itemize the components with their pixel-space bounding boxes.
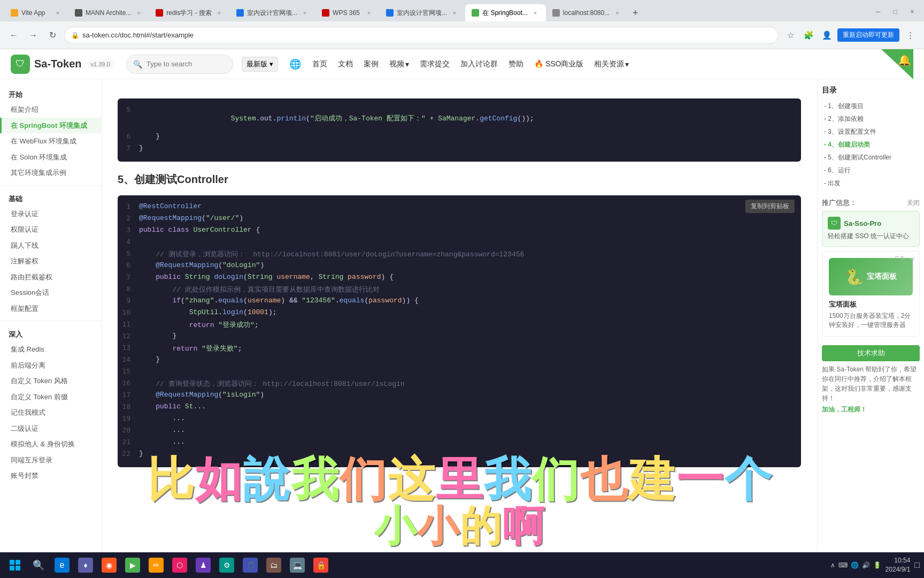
sidebar-item-springboot[interactable]: 在 SpringBoot 环境集成 (0, 118, 101, 134)
nav-resources[interactable]: 相关资源 ▾ (594, 59, 629, 69)
tab-interior2[interactable]: 室内设计官网项... × (380, 4, 465, 21)
tab-close[interactable]: × (134, 9, 143, 17)
sidebar-item-session[interactable]: Session会话 (0, 285, 101, 301)
profile-icon[interactable]: 👤 (819, 28, 834, 43)
sidebar-item-solon[interactable]: 在 Solon 环境集成 (0, 149, 101, 165)
tab-vite-app[interactable]: Vite App × (4, 4, 68, 21)
nav-sponsor[interactable]: 赞助 (509, 59, 523, 69)
tray-volume[interactable]: 🔊 (862, 561, 870, 569)
taskbar-app4[interactable]: ▶ (122, 554, 143, 576)
search-input[interactable] (147, 60, 227, 68)
tech-support-button[interactable]: 技术求助 (822, 345, 920, 361)
sidebar-item-mutex[interactable]: 同端互斥登录 (0, 452, 101, 468)
toc-item-2[interactable]: - 2、添加依赖 (822, 112, 920, 125)
taskbar-app2[interactable]: ♦ (75, 554, 96, 576)
extension-icon[interactable]: 🧩 (801, 28, 816, 43)
tab-close[interactable]: × (531, 9, 540, 17)
tab-wps[interactable]: WPS 365 × (315, 4, 380, 21)
code-block-top: 5 System.out.println("启动成功，Sa-Token 配置如下… (118, 98, 801, 162)
tab-mann[interactable]: MANN Archite... × (68, 4, 149, 21)
tab-close[interactable]: × (613, 9, 621, 17)
nav-forum[interactable]: 加入讨论群 (460, 59, 498, 69)
logo-icon: 🛡 (11, 55, 30, 74)
tab-interior1[interactable]: 室内设计官网项... × (230, 4, 315, 21)
toc-item-5[interactable]: - 5、创建测试Controller (822, 151, 920, 164)
tab-close[interactable]: × (301, 9, 309, 17)
nav-home[interactable]: 首页 (312, 59, 327, 69)
sidebar-item-route[interactable]: 路由拦截鉴权 (0, 269, 101, 285)
sidebar-item-webflux[interactable]: 在 WebFlux 环境集成 (0, 133, 101, 149)
sidebar-item-others[interactable]: 其它环境集成示例 (0, 165, 101, 181)
search-box[interactable]: 🔍 (126, 55, 233, 74)
nav-requests[interactable]: 需求提交 (420, 59, 450, 69)
taskbar-app10[interactable]: 🗂 (263, 554, 284, 576)
minimize-button[interactable]: ─ (871, 4, 886, 19)
tab-close[interactable]: × (53, 9, 62, 17)
sidebar-item-redis[interactable]: 集成 Redis (0, 341, 101, 358)
taskbar-app11[interactable]: 💻 (287, 554, 308, 576)
sidebar-item-intro[interactable]: 框架介绍 (0, 102, 101, 118)
sidebar-item-impersonate[interactable]: 模拟他人 & 身份切换 (0, 436, 101, 452)
sys-icons: ∧ ⌨ 🌐 🔊 🔋 (830, 561, 881, 569)
taskbar-app3[interactable]: ◉ (98, 554, 120, 576)
sidebar-item-token-prefix[interactable]: 自定义 Token 前缀 (0, 389, 101, 405)
ad-close-button[interactable]: × (911, 255, 915, 263)
close-button[interactable]: × (905, 4, 920, 19)
sidebar-item-annotation[interactable]: 注解鉴权 (0, 253, 101, 269)
taskbar-app5[interactable]: ✏ (145, 554, 167, 576)
tray-up-arrow[interactable]: ∧ (830, 561, 835, 569)
taskbar-app8[interactable]: ⚙ (216, 554, 237, 576)
taskbar-app7[interactable]: ♟ (192, 554, 214, 576)
taskbar-app12[interactable]: 🔒 (310, 554, 332, 576)
nav-video[interactable]: 视频 ▾ (389, 59, 409, 69)
bookmark-icon[interactable]: ☆ (783, 28, 798, 43)
toc-item-1[interactable]: - 1、创建项目 (822, 100, 920, 112)
nav-sso[interactable]: 🔥 SSO商业版 (534, 59, 583, 69)
promo-header: 推广信息： 关闭 (822, 198, 920, 208)
promo-close-btn[interactable]: 关闭 (907, 199, 920, 208)
tab-close[interactable]: × (215, 9, 224, 17)
url-box[interactable]: 🔒 sa-token.cc/doc.html#/start/example (64, 27, 779, 44)
new-tab-button[interactable]: + (628, 5, 643, 20)
nav-docs[interactable]: 文档 (338, 59, 353, 69)
start-button[interactable] (4, 554, 26, 576)
menu-icon[interactable]: ⋮ (903, 28, 918, 43)
copy-button[interactable]: 复制到剪贴板 (745, 200, 795, 213)
forward-button[interactable]: → (26, 28, 41, 43)
tab-localhost[interactable]: localhost:8080... × (546, 4, 628, 21)
update-button[interactable]: 重新启动即可更新 (837, 28, 899, 42)
globe-icon[interactable]: 🌐 (287, 56, 304, 73)
taskbar-edge-button[interactable]: e (51, 554, 73, 576)
tab-springboot[interactable]: 在 SpringBoot... × (465, 4, 546, 21)
nav-cases[interactable]: 案例 (364, 59, 379, 69)
notification-area[interactable]: □ (914, 560, 920, 570)
taskbar-app6[interactable]: ⬡ (169, 554, 190, 576)
sidebar-item-remember[interactable]: 记住我模式 (0, 405, 101, 421)
code-line-10: 10 StpUtil.login(10001); (118, 308, 801, 320)
sidebar-item-frontend[interactable]: 前后端分离 (0, 358, 101, 374)
toc-item-6[interactable]: - 6、运行 (822, 164, 920, 177)
taskbar-search-button[interactable]: 🔍 (28, 554, 49, 576)
sidebar-item-login[interactable]: 登录认证 (0, 206, 101, 222)
sidebar-item-ban[interactable]: 账号封禁 (0, 468, 101, 484)
sidebar-item-token-style[interactable]: 自定义 Token 风格 (0, 373, 101, 389)
sidebar-item-second-auth[interactable]: 二级认证 (0, 421, 101, 437)
tray-network[interactable]: 🌐 (851, 561, 859, 569)
taskbar-time[interactable]: 10:54 2024/9/1 (886, 556, 911, 574)
taskbar-app9[interactable]: 🎵 (240, 554, 261, 576)
version-select[interactable]: 最新版 ▾ (242, 57, 278, 72)
tab-close[interactable]: × (365, 9, 373, 17)
sidebar-item-config[interactable]: 框架配置 (0, 301, 101, 317)
sidebar-item-permission[interactable]: 权限认证 (0, 222, 101, 238)
back-button[interactable]: ← (6, 28, 21, 43)
sidebar-item-kick[interactable]: 踢人下线 (0, 238, 101, 254)
toc-item-4[interactable]: - 4、创建启动类 (822, 138, 920, 151)
tab-redis[interactable]: redis学习 - 搜索 × (149, 4, 230, 21)
toc-item-7[interactable]: - 出发 (822, 177, 920, 189)
tab-close[interactable]: × (450, 9, 459, 17)
refresh-button[interactable]: ↻ (45, 28, 60, 43)
code-line-7: 7 public String doLogin(String username,… (118, 272, 801, 284)
maximize-button[interactable]: □ (888, 4, 903, 19)
tray-keyboard[interactable]: ⌨ (838, 561, 848, 569)
toc-item-3[interactable]: - 3、设置配置文件 (822, 125, 920, 138)
